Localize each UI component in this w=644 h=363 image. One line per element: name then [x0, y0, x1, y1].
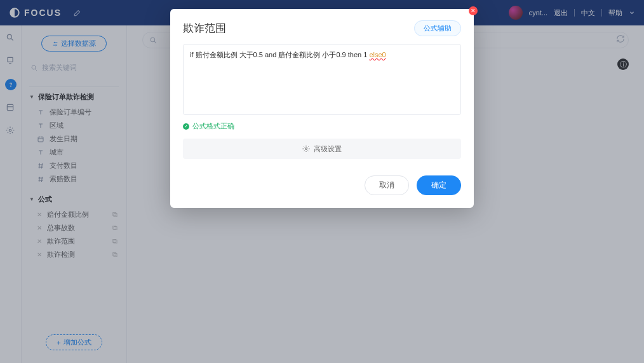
formula-editor[interactable]: if 赔付金额比例 大于0.5 and 赔付金额比例 小于0.9 then 1 … — [183, 44, 461, 115]
formula-status: ✓ 公式格式正确 — [183, 121, 461, 131]
formula-error-token: else0 — [369, 51, 386, 58]
formula-modal: ✕ 欺诈范围 公式辅助 if 赔付金额比例 大于0.5 and 赔付金额比例 小… — [170, 9, 474, 208]
svg-point-9 — [305, 148, 307, 150]
modal-close-button[interactable]: ✕ — [469, 6, 478, 15]
check-icon: ✓ — [183, 123, 189, 130]
formula-assist-button[interactable]: 公式辅助 — [414, 20, 461, 36]
modal-title: 欺诈范围 — [183, 21, 226, 36]
status-text: 公式格式正确 — [192, 121, 234, 131]
ok-button[interactable]: 确定 — [417, 175, 461, 195]
advanced-settings-toggle[interactable]: 高级设置 — [183, 139, 461, 159]
formula-text: if 赔付金额比例 大于0.5 and 赔付金额比例 小于0.9 then 1 — [190, 51, 369, 58]
cancel-button[interactable]: 取消 — [365, 175, 409, 195]
advanced-label: 高级设置 — [314, 144, 342, 154]
gear-icon — [302, 145, 310, 153]
